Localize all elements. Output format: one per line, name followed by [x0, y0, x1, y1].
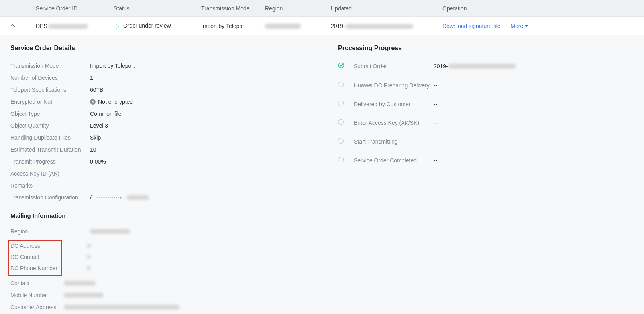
redacted-mobile [64, 293, 104, 298]
col-header-operation: Operation [442, 5, 644, 12]
more-label: More [510, 23, 523, 29]
mailing-info-title: Mailing Information [10, 212, 310, 219]
progress-complete-label: Service Order Completed [354, 157, 434, 164]
redacted-region [265, 24, 301, 29]
label-dc-contact: DC Contact [10, 253, 39, 261]
label-object-qty: Object Quantity [10, 122, 90, 129]
status-text: Order under review [123, 22, 171, 29]
progress-start-value: -- [434, 138, 437, 145]
redacted-mail-region [90, 229, 130, 234]
redacted-dc-contact [87, 255, 91, 259]
processing-progress-title: Processing Progress [338, 45, 644, 52]
progress-dc-prep-label: Huawei DC Preparing Delivery [354, 82, 434, 89]
cell-id: DES [36, 23, 114, 29]
col-header-id: Service Order ID [36, 5, 114, 12]
label-contact: Contact [10, 280, 64, 287]
col-header-updated: Updated [331, 5, 442, 12]
table-header: Service Order ID Status Transmission Mod… [0, 0, 644, 17]
progress-delivered-label: Delivered by Customer [354, 101, 434, 107]
col-header-region: Region [265, 5, 331, 12]
progress-dc-prep-value: -- [434, 82, 437, 89]
cell-mode: Import by Teleport [201, 23, 265, 29]
redacted-config-target [127, 195, 149, 200]
svg-point-4 [116, 28, 116, 28]
progress-submit-value: 2019- [434, 63, 516, 69]
label-mail-region: Region [10, 228, 90, 235]
redacted-updated [346, 24, 413, 29]
label-ak: Access Key ID (AK) [10, 170, 90, 177]
arrow-icon [97, 197, 121, 198]
label-dc-address: DC Address [10, 242, 40, 249]
dc-info-highlight: DC Address DC Contact DC Phone Number [8, 240, 62, 276]
progress-delivered-value: -- [434, 101, 437, 107]
circle-icon [338, 157, 344, 162]
redacted-dc-address [87, 244, 91, 248]
label-transmission-mode: Transmission Mode [10, 62, 90, 69]
value-remarks: -- [90, 182, 94, 189]
progress-aksk-label: Enter Access Key (AK/SK) [354, 120, 434, 126]
progress-start-label: Start Transmitting [354, 138, 434, 145]
detail-panel: Service Order Details Transmission ModeI… [0, 35, 644, 314]
value-est-duration: 10 [90, 146, 96, 153]
label-dup-files: Handling Duplicate Files [10, 134, 90, 141]
value-encrypted: ✕Not encrypted [90, 98, 133, 105]
label-num-devices: Number of Devices [10, 74, 90, 81]
cell-updated: 2019- [331, 23, 442, 29]
circle-icon [338, 82, 344, 87]
circle-icon [338, 101, 344, 106]
service-order-details-title: Service Order Details [10, 45, 310, 52]
updated-prefix: 2019- [331, 23, 345, 29]
redacted-id [48, 24, 88, 29]
value-object-type: Common file [90, 110, 122, 117]
x-icon: ✕ [90, 99, 96, 105]
spinner-icon [114, 24, 119, 29]
value-dup-files: Skip [90, 134, 101, 141]
redacted-contact [64, 281, 96, 286]
progress-aksk-value: -- [434, 120, 437, 126]
progress-submit-label: Submit Order [354, 63, 434, 69]
value-teleport-spec: 60TB [90, 86, 103, 93]
download-signature-link[interactable]: Download signature file [442, 23, 501, 29]
caret-down-icon [525, 25, 528, 27]
svg-point-2 [118, 26, 119, 27]
svg-point-0 [116, 24, 117, 24]
value-trans-config: / [90, 194, 149, 201]
svg-point-3 [118, 28, 118, 28]
svg-point-7 [115, 25, 115, 25]
check-circle-icon [338, 62, 344, 69]
label-encrypted: Encrypted or Not [10, 98, 90, 105]
label-est-duration: Estimated Transmit Duration [10, 146, 90, 153]
label-object-type: Object Type [10, 110, 90, 117]
more-dropdown[interactable]: More [510, 23, 528, 29]
cell-region [265, 23, 331, 29]
svg-point-1 [118, 24, 118, 25]
redacted-dc-phone [87, 266, 91, 270]
label-cust-addr: Customer Address [10, 304, 64, 311]
label-transmit-prog: Transmit Progress [10, 158, 90, 165]
col-header-status: Status [114, 5, 201, 12]
col-header-mode: Transmission Mode [201, 5, 265, 12]
label-trans-config: Transmission Configuration [10, 194, 90, 201]
progress-complete-value: -- [434, 157, 437, 164]
svg-point-5 [115, 28, 115, 28]
circle-icon [338, 138, 344, 144]
value-transmission-mode: Import by Teleport [90, 62, 135, 69]
label-teleport-spec: Teleport Specifications [10, 86, 90, 93]
cell-status: Order under review [114, 22, 201, 29]
cell-operation: Download signature file More [442, 23, 644, 29]
table-row: DES Order under review Import by Telepor… [0, 17, 644, 35]
value-ak: -- [90, 170, 94, 177]
value-object-qty: Level 3 [90, 122, 108, 129]
value-transmit-prog: 0.00% [90, 158, 106, 165]
label-remarks: Remarks [10, 182, 90, 189]
collapse-icon[interactable] [10, 24, 15, 30]
label-mobile: Mobile Number [10, 292, 64, 299]
redacted-cust-addr [64, 305, 179, 310]
label-dc-phone: DC Phone Number [10, 265, 57, 272]
id-prefix: DES [36, 23, 47, 29]
redacted-submit-time [448, 64, 516, 69]
value-num-devices: 1 [90, 74, 93, 81]
circle-icon [338, 119, 344, 125]
svg-point-6 [114, 26, 114, 26]
